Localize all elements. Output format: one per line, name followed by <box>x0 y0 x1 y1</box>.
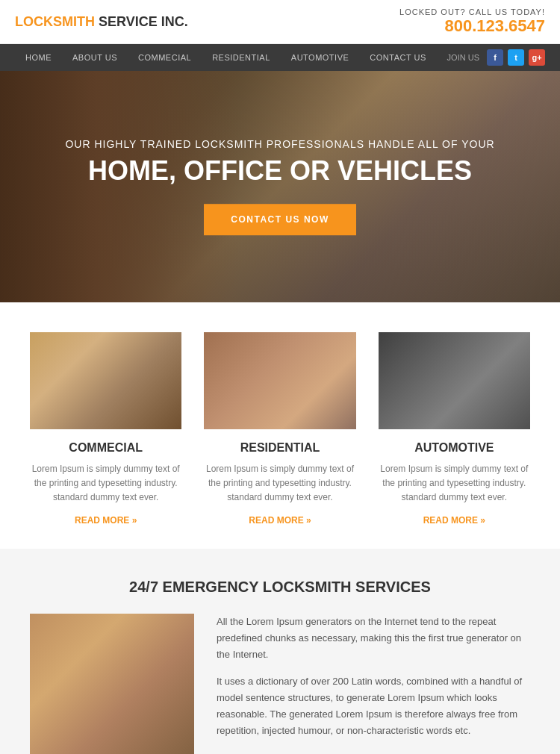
read-more-commecial[interactable]: READ MORE » <box>75 515 137 526</box>
hero-section: OUR HIGHLY TRAINED LOCKSMITH PROFESSIONA… <box>0 71 560 302</box>
emergency-title: 24/7 EMERGENCY LOCKSMITH SERVICES <box>30 579 530 596</box>
social-links: JOIN US f t g+ <box>447 49 545 66</box>
emergency-call-label: LOCKED OUT? CALL US TODAY! <box>217 750 530 754</box>
services-grid: COMMECIAL Lorem Ipsum is simply dummy te… <box>30 332 530 526</box>
header-contact: LOCKED OUT? CALL US TODAY! 800.123.6547 <box>399 7 545 36</box>
service-image-commecial <box>30 332 181 429</box>
hero-content: OUR HIGHLY TRAINED LOCKSMITH PROFESSIONA… <box>63 138 497 235</box>
nav-links: HOME ABOUT US COMMECIAL RESIDENTIAL AUTO… <box>15 44 437 71</box>
service-desc-commecial: Lorem Ipsum is simply dummy text of the … <box>30 462 181 505</box>
nav-about[interactable]: ABOUT US <box>62 44 128 71</box>
nav-automotive[interactable]: AUTOMOTIVE <box>281 44 360 71</box>
service-card-residential: RESIDENTIAL Lorem Ipsum is simply dummy … <box>204 332 355 526</box>
service-card-commecial: COMMECIAL Lorem Ipsum is simply dummy te… <box>30 332 181 526</box>
emergency-para1: All the Lorem Ipsum generators on the In… <box>217 614 530 663</box>
hero-cta-button[interactable]: CONTACT US NOW <box>204 204 355 235</box>
service-desc-automotive: Lorem Ipsum is simply dummy text of the … <box>379 462 530 505</box>
services-section: COMMECIAL Lorem Ipsum is simply dummy te… <box>0 302 560 549</box>
twitter-icon[interactable]: t <box>508 49 524 66</box>
service-image-residential <box>204 332 355 429</box>
read-more-automotive[interactable]: READ MORE » <box>423 515 485 526</box>
service-desc-residential: Lorem Ipsum is simply dummy text of the … <box>204 462 355 505</box>
read-more-residential[interactable]: READ MORE » <box>249 515 311 526</box>
emergency-para2: It uses a dictionary of over 200 Latin w… <box>217 673 530 739</box>
googleplus-icon[interactable]: g+ <box>529 49 545 66</box>
emergency-image <box>30 614 194 754</box>
emergency-text: All the Lorem Ipsum generators on the In… <box>217 614 530 754</box>
service-image-automotive <box>379 332 530 429</box>
facebook-icon[interactable]: f <box>487 49 503 66</box>
header-phone[interactable]: 800.123.6547 <box>444 16 545 36</box>
service-title-automotive: AUTOMOTIVE <box>379 441 530 455</box>
site-header: LOCKSMITH SERVICE INC. LOCKED OUT? CALL … <box>0 0 560 44</box>
logo-part2: SERVICE INC. <box>99 14 188 29</box>
emergency-content: All the Lorem Ipsum generators on the In… <box>30 614 530 754</box>
logo: LOCKSMITH SERVICE INC. <box>15 14 188 30</box>
main-nav: HOME ABOUT US COMMECIAL RESIDENTIAL AUTO… <box>0 44 560 71</box>
nav-contact[interactable]: CONTACT US <box>359 44 437 71</box>
nav-home[interactable]: HOME <box>15 44 62 71</box>
service-title-residential: RESIDENTIAL <box>204 441 355 455</box>
hero-title: HOME, OFFICE OR VEHICLES <box>63 156 497 186</box>
service-title-commecial: COMMECIAL <box>30 441 181 455</box>
locked-out-text: LOCKED OUT? CALL US TODAY! <box>399 7 545 16</box>
nav-residential[interactable]: RESIDENTIAL <box>202 44 281 71</box>
hero-subtitle: OUR HIGHLY TRAINED LOCKSMITH PROFESSIONA… <box>63 138 497 150</box>
logo-part1: LOCKSMITH <box>15 14 95 29</box>
nav-commecial[interactable]: COMMECIAL <box>128 44 202 71</box>
emergency-section: 24/7 EMERGENCY LOCKSMITH SERVICES All th… <box>0 549 560 754</box>
service-card-automotive: AUTOMOTIVE Lorem Ipsum is simply dummy t… <box>379 332 530 526</box>
join-label: JOIN US <box>447 53 479 62</box>
